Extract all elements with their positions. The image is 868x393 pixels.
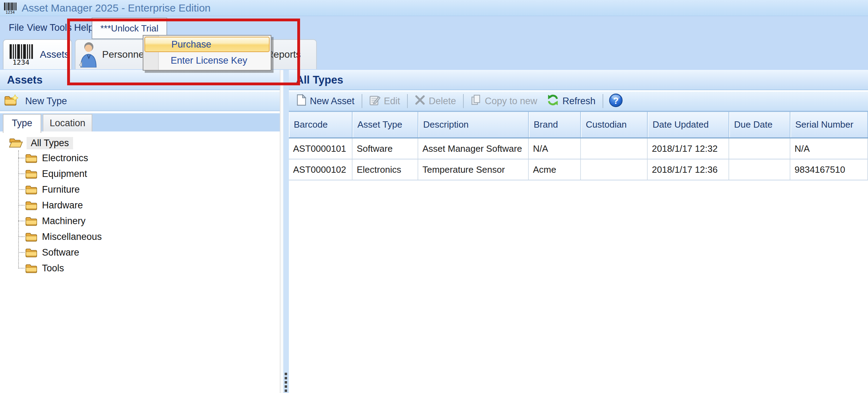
tree-item-label: Software xyxy=(42,247,79,258)
copy-icon xyxy=(471,94,481,108)
table-row-1[interactable]: AST0000101SoftwareAsset Manager Software… xyxy=(289,138,868,159)
tree-item-label: Equipment xyxy=(42,169,87,179)
tree-item-furniture[interactable]: Furniture xyxy=(0,182,280,198)
menu-item-purchase[interactable]: Purchase xyxy=(144,37,270,52)
cell: Temperature Sensor xyxy=(418,159,529,180)
column-header-description[interactable]: Description xyxy=(418,112,529,137)
folder-icon xyxy=(25,232,38,242)
menu-help[interactable]: Help xyxy=(74,16,94,39)
tree-item-tools[interactable]: Tools xyxy=(0,260,280,276)
asset-toolbar: New Asset Edit Delete Copy to new Refres… xyxy=(289,92,868,111)
new-folder-icon xyxy=(4,94,18,108)
cell: Asset Manager Software xyxy=(418,138,529,159)
app-barcode-icon: 1234 xyxy=(3,2,17,14)
type-tree: All Types Electronics Equipment Furnitur… xyxy=(0,131,280,393)
open-folder-icon xyxy=(9,137,23,149)
cell: AST0000101 xyxy=(289,138,353,159)
toolbar-button-label: Copy to new xyxy=(485,96,537,107)
person-icon xyxy=(78,42,99,67)
refresh-button[interactable]: Refresh xyxy=(542,94,600,108)
tree-item-label: Hardware xyxy=(42,200,83,211)
cell: Electronics xyxy=(353,159,418,180)
help-icon: ? xyxy=(609,93,623,109)
toolbar-separator xyxy=(603,94,603,108)
menu-tools[interactable]: Tools xyxy=(50,16,72,39)
menu-view[interactable]: View xyxy=(27,16,47,39)
folder-icon xyxy=(25,200,38,211)
tree-root-label: All Types xyxy=(27,137,73,149)
cell xyxy=(729,159,790,180)
menu-bar: File View Tools Help ***Unlock Trial mod… xyxy=(0,16,868,39)
toolbar-separator xyxy=(463,94,464,108)
tab-type[interactable]: Type xyxy=(3,114,41,133)
tree-item-electronics[interactable]: Electronics xyxy=(0,150,280,166)
asset-table: BarcodeAsset TypeDescriptionBrandCustodi… xyxy=(289,111,868,180)
menu-item-enter-license-key[interactable]: Enter License Key xyxy=(143,53,271,69)
folder-icon xyxy=(25,185,38,195)
nav-tab-strip: 1234 Assets Personnel Reports xyxy=(0,39,868,70)
tree-item-machinery[interactable]: Machinery xyxy=(0,213,280,229)
toolbar-button-label: Refresh xyxy=(562,96,596,107)
table-row-2[interactable]: AST0000102ElectronicsTemperature SensorA… xyxy=(289,159,868,180)
splitter-grip-icon xyxy=(285,373,287,392)
unlock-trial-dropdown: Purchase Enter License Key xyxy=(143,35,271,71)
app-window: 1234 Asset Manager 2025 - Enterprise Edi… xyxy=(0,0,868,393)
assets-panel-title: Assets xyxy=(7,74,43,86)
barcode-icon: 1234 xyxy=(6,44,36,65)
help-button[interactable]: ? xyxy=(609,93,623,109)
copy-to-new-button[interactable]: Copy to new xyxy=(466,94,542,108)
column-header-asset-type[interactable]: Asset Type xyxy=(353,112,418,137)
folder-icon xyxy=(25,248,38,258)
folder-icon xyxy=(25,216,38,227)
tab-location[interactable]: Location xyxy=(43,114,92,132)
tree-item-all-types[interactable]: All Types xyxy=(0,136,280,150)
cell xyxy=(581,138,648,159)
edit-button[interactable]: Edit xyxy=(364,94,405,108)
cell: Acme xyxy=(529,159,581,180)
new-type-button[interactable]: New Type xyxy=(0,92,280,111)
refresh-icon xyxy=(547,94,559,108)
column-header-due-date[interactable]: Due Date xyxy=(729,112,790,137)
column-header-serial-number[interactable]: Serial Number xyxy=(790,112,868,137)
new-asset-icon xyxy=(297,94,306,108)
svg-text:1234: 1234 xyxy=(13,58,30,65)
panel-splitter[interactable] xyxy=(280,70,289,393)
tree-item-label: Electronics xyxy=(42,153,88,164)
all-types-panel-header: All Types xyxy=(289,70,868,90)
delete-x-icon xyxy=(415,95,425,108)
tree-item-label: Tools xyxy=(42,263,64,274)
assets-panel-header: Assets xyxy=(0,70,280,90)
window-title: Asset Manager 2025 - Enterprise Edition xyxy=(22,2,211,14)
delete-button[interactable]: Delete xyxy=(410,95,461,108)
asset-list-panel: All Types New Asset Edit Delete Copy to … xyxy=(289,70,868,393)
title-bar: 1234 Asset Manager 2025 - Enterprise Edi… xyxy=(0,0,868,16)
tree-item-miscellaneous[interactable]: Miscellaneous xyxy=(0,229,280,245)
new-type-label: New Type xyxy=(25,96,67,107)
cell: 9834167510 xyxy=(790,159,868,180)
toolbar-button-label: Delete xyxy=(429,96,456,107)
left-tab-strip: Type Location xyxy=(0,113,280,131)
tab-assets[interactable]: 1234 Assets xyxy=(3,39,72,69)
menu-file[interactable]: File xyxy=(9,16,24,39)
tree-item-equipment[interactable]: Equipment xyxy=(0,166,280,182)
tree-item-hardware[interactable]: Hardware xyxy=(0,198,280,213)
toolbar-button-label: New Asset xyxy=(310,96,355,107)
folder-icon xyxy=(25,153,38,164)
toolbar-button-label: Edit xyxy=(384,96,400,107)
toolbar-separator xyxy=(362,94,362,108)
toolbar-separator xyxy=(407,94,408,108)
column-header-barcode[interactable]: Barcode xyxy=(289,112,353,137)
folder-icon xyxy=(25,263,38,274)
all-types-panel-title: All Types xyxy=(296,74,343,86)
cell xyxy=(581,159,648,180)
cell: N/A xyxy=(790,138,868,159)
tree-item-label: Furniture xyxy=(42,184,80,195)
column-header-date-updated[interactable]: Date Updated xyxy=(648,112,729,137)
column-header-custodian[interactable]: Custodian xyxy=(581,112,648,137)
column-header-brand[interactable]: Brand xyxy=(529,112,581,137)
tree-item-software[interactable]: Software xyxy=(0,245,280,260)
tab-reports-label: Reports xyxy=(266,49,301,60)
folder-icon xyxy=(25,169,38,179)
cell: AST0000102 xyxy=(289,159,353,180)
new-asset-button[interactable]: New Asset xyxy=(292,94,360,108)
